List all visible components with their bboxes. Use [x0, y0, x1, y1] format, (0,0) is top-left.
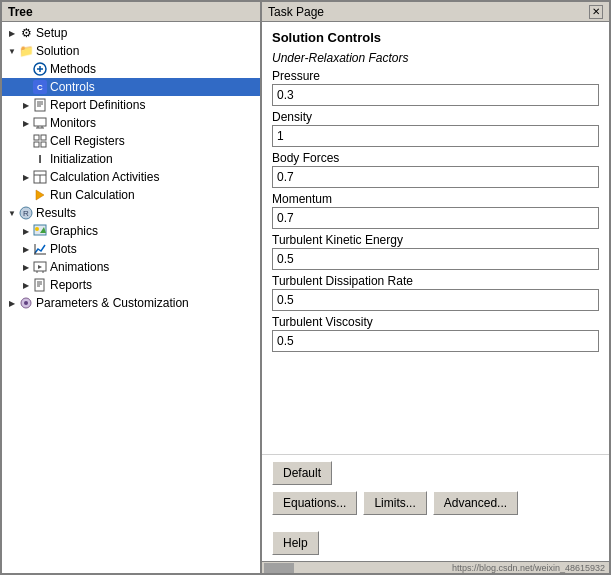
- calc-icon: [32, 169, 48, 185]
- sidebar-item-solution[interactable]: 📁 Solution: [2, 42, 260, 60]
- sidebar-item-label: Monitors: [50, 116, 96, 130]
- monitors-icon: [32, 115, 48, 131]
- sidebar-item-label: Methods: [50, 62, 96, 76]
- momentum-label: Momentum: [272, 192, 599, 206]
- equations-button[interactable]: Equations...: [272, 491, 357, 515]
- watermark: https://blog.csdn.net/weixin_48615932: [294, 563, 609, 573]
- sidebar-item-animations[interactable]: Animations: [2, 258, 260, 276]
- help-button[interactable]: Help: [272, 531, 319, 555]
- expand-arrow: [20, 81, 32, 93]
- tree-panel: Tree ⚙ Setup 📁 Solution: [2, 2, 262, 573]
- svg-rect-12: [41, 135, 46, 140]
- task-panel: Task Page ✕ Solution Controls Under-Rela…: [262, 2, 609, 573]
- turbulent-ke-group: Turbulent Kinetic Energy: [272, 233, 599, 270]
- density-input[interactable]: [272, 125, 599, 147]
- expand-arrow: [20, 153, 32, 165]
- limits-button[interactable]: Limits...: [363, 491, 426, 515]
- tree-content[interactable]: ⚙ Setup 📁 Solution: [2, 22, 260, 573]
- svg-rect-7: [34, 118, 46, 126]
- sidebar-item-label: Animations: [50, 260, 109, 274]
- gear-icon: ⚙: [18, 25, 34, 41]
- expand-arrow: [20, 189, 32, 201]
- close-button[interactable]: ✕: [589, 5, 603, 19]
- sidebar-item-initialization[interactable]: I Initialization: [2, 150, 260, 168]
- turbulent-ke-label: Turbulent Kinetic Energy: [272, 233, 599, 247]
- advanced-button[interactable]: Advanced...: [433, 491, 518, 515]
- svg-rect-11: [34, 135, 39, 140]
- run-icon: [32, 187, 48, 203]
- sidebar-item-results[interactable]: R Results: [2, 204, 260, 222]
- footer-top-buttons: Default: [272, 461, 599, 485]
- task-header-label: Task Page: [268, 5, 324, 19]
- sidebar-item-label: Solution: [36, 44, 79, 58]
- turbulent-visc-label: Turbulent Viscosity: [272, 315, 599, 329]
- tree-title: Tree: [8, 5, 33, 19]
- svg-marker-29: [38, 265, 42, 269]
- expand-arrow: [20, 63, 32, 75]
- reports-icon: [32, 277, 48, 293]
- pressure-input[interactable]: [272, 84, 599, 106]
- sidebar-item-label: Run Calculation: [50, 188, 135, 202]
- sidebar-item-cell-registers[interactable]: Cell Registers: [2, 132, 260, 150]
- density-label: Density: [272, 110, 599, 124]
- momentum-group: Momentum: [272, 192, 599, 229]
- sidebar-item-label: Reports: [50, 278, 92, 292]
- scroll-thumb[interactable]: [264, 563, 294, 573]
- sidebar-item-monitors[interactable]: Monitors: [2, 114, 260, 132]
- anim-icon: [32, 259, 48, 275]
- expand-arrow: [20, 135, 32, 147]
- results-icon: R: [18, 205, 34, 221]
- report-def-icon: [32, 97, 48, 113]
- sidebar-item-methods[interactable]: Methods: [2, 60, 260, 78]
- sidebar-item-parameters[interactable]: Parameters & Customization: [2, 294, 260, 312]
- init-icon: I: [32, 151, 48, 167]
- footer-action-buttons: Equations... Limits... Advanced...: [272, 491, 599, 515]
- expand-arrow: [20, 171, 32, 183]
- help-area: Help: [262, 525, 609, 561]
- sidebar-item-label: Report Definitions: [50, 98, 145, 112]
- body-forces-group: Body Forces: [272, 151, 599, 188]
- turbulent-dr-group: Turbulent Dissipation Rate: [272, 274, 599, 311]
- sidebar-item-calculation-activities[interactable]: Calculation Activities: [2, 168, 260, 186]
- task-content: Solution Controls Under-Relaxation Facto…: [262, 22, 609, 454]
- expand-arrow: [20, 225, 32, 237]
- sidebar-item-report-definitions[interactable]: Report Definitions: [2, 96, 260, 114]
- bottom-scrollbar[interactable]: https://blog.csdn.net/weixin_48615932: [262, 561, 609, 573]
- body-forces-input[interactable]: [272, 166, 599, 188]
- tree-header: Tree: [2, 2, 260, 22]
- task-header: Task Page ✕: [262, 2, 609, 22]
- svg-rect-13: [34, 142, 39, 147]
- turbulent-ke-input[interactable]: [272, 248, 599, 270]
- turbulent-dr-input[interactable]: [272, 289, 599, 311]
- expand-arrow: [6, 297, 18, 309]
- sidebar-item-label: Calculation Activities: [50, 170, 159, 184]
- params-icon: [18, 295, 34, 311]
- default-button[interactable]: Default: [272, 461, 332, 485]
- svg-rect-3: [35, 99, 45, 111]
- section-label: Under-Relaxation Factors: [272, 51, 599, 65]
- sidebar-item-setup[interactable]: ⚙ Setup: [2, 24, 260, 42]
- body-forces-label: Body Forces: [272, 151, 599, 165]
- cell-reg-icon: [32, 133, 48, 149]
- sidebar-item-graphics[interactable]: Graphics: [2, 222, 260, 240]
- sidebar-item-reports[interactable]: Reports: [2, 276, 260, 294]
- expand-arrow: [6, 207, 18, 219]
- sidebar-item-label: Cell Registers: [50, 134, 125, 148]
- plots-icon: [32, 241, 48, 257]
- turbulent-visc-input[interactable]: [272, 330, 599, 352]
- svg-rect-30: [35, 279, 44, 291]
- sidebar-item-label: Parameters & Customization: [36, 296, 189, 310]
- sidebar-item-label: Setup: [36, 26, 67, 40]
- controls-icon: C: [32, 79, 48, 95]
- momentum-input[interactable]: [272, 207, 599, 229]
- sidebar-item-plots[interactable]: Plots: [2, 240, 260, 258]
- graphics-icon: [32, 223, 48, 239]
- svg-point-35: [24, 301, 28, 305]
- expand-arrow: [20, 279, 32, 291]
- sidebar-item-run-calculation[interactable]: Run Calculation: [2, 186, 260, 204]
- pressure-group: Pressure: [272, 69, 599, 106]
- expand-arrow: [20, 99, 32, 111]
- pressure-label: Pressure: [272, 69, 599, 83]
- expand-arrow: [20, 261, 32, 273]
- sidebar-item-controls[interactable]: C Controls: [2, 78, 260, 96]
